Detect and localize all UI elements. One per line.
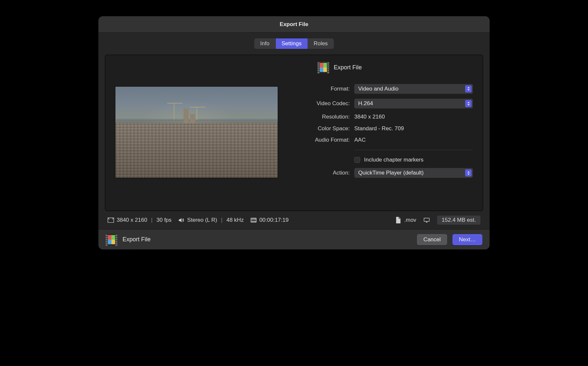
resolution-value: 3840 x 2160 bbox=[354, 114, 473, 120]
file-icon bbox=[395, 217, 402, 223]
chevrons-icon bbox=[465, 169, 472, 176]
info-ext: .mov bbox=[404, 217, 416, 223]
info-duration: 00:00:17:19 bbox=[259, 217, 289, 223]
codec-label: Video Codec: bbox=[294, 100, 350, 107]
audio-format-value: AAC bbox=[354, 137, 473, 143]
frame-icon bbox=[108, 217, 114, 223]
dialog-title: Export File bbox=[280, 21, 308, 28]
speaker-icon bbox=[178, 217, 184, 223]
resolution-label: Resolution: bbox=[294, 114, 350, 120]
action-label: Action: bbox=[294, 170, 350, 176]
settings-panel: Export File Format: Video and Audio bbox=[105, 55, 483, 211]
chevrons-icon bbox=[465, 100, 472, 107]
panel-title: Export File bbox=[334, 64, 362, 71]
tab-settings[interactable]: Settings bbox=[276, 38, 308, 49]
chevrons-icon bbox=[465, 85, 472, 92]
footer-title: Export File bbox=[123, 236, 151, 243]
chapter-markers-checkbox[interactable] bbox=[354, 157, 360, 163]
dialog-footer: Export File Cancel Next… bbox=[98, 229, 490, 249]
action-value: QuickTime Player (default) bbox=[358, 170, 424, 176]
action-select[interactable]: QuickTime Player (default) bbox=[354, 168, 473, 178]
chapter-markers-label: Include chapter markers bbox=[364, 157, 423, 163]
codec-value: H.264 bbox=[358, 100, 373, 107]
cancel-button[interactable]: Cancel bbox=[417, 234, 447, 245]
format-value: Video and Audio bbox=[358, 86, 399, 92]
export-dialog: Export File Info Settings Roles Export F… bbox=[98, 16, 490, 249]
info-audio: Stereo (L R) bbox=[187, 217, 217, 223]
audio-format-label: Audio Format: bbox=[294, 137, 350, 143]
tabs: Info Settings Roles bbox=[105, 38, 483, 49]
settings-form: Format: Video and Audio Video Codec: H.2… bbox=[294, 84, 473, 178]
format-select[interactable]: Video and Audio bbox=[354, 84, 473, 94]
film-icon bbox=[317, 62, 329, 73]
divider bbox=[354, 150, 473, 150]
titlebar: Export File bbox=[98, 16, 490, 33]
info-resolution: 3840 x 2160 bbox=[117, 217, 147, 223]
next-button[interactable]: Next… bbox=[452, 234, 482, 245]
info-fps: 30 fps bbox=[156, 217, 171, 223]
info-size: 152.4 MB est. bbox=[437, 216, 480, 225]
monitor-icon bbox=[423, 217, 430, 223]
colorspace-value: Standard - Rec. 709 bbox=[354, 125, 473, 132]
svg-rect-2 bbox=[424, 218, 429, 221]
info-bar: 3840 x 2160 | 30 fps Stereo (L R) | 48 k… bbox=[105, 211, 483, 229]
tab-roles[interactable]: Roles bbox=[308, 38, 333, 49]
film-icon bbox=[106, 234, 117, 246]
format-label: Format: bbox=[294, 86, 350, 92]
colorspace-label: Color Space: bbox=[294, 125, 350, 132]
codec-select[interactable]: H.264 bbox=[354, 99, 473, 108]
info-khz: 48 kHz bbox=[227, 217, 244, 223]
tab-info[interactable]: Info bbox=[254, 38, 275, 49]
filmstrip-icon bbox=[250, 217, 257, 223]
video-preview bbox=[115, 86, 278, 178]
